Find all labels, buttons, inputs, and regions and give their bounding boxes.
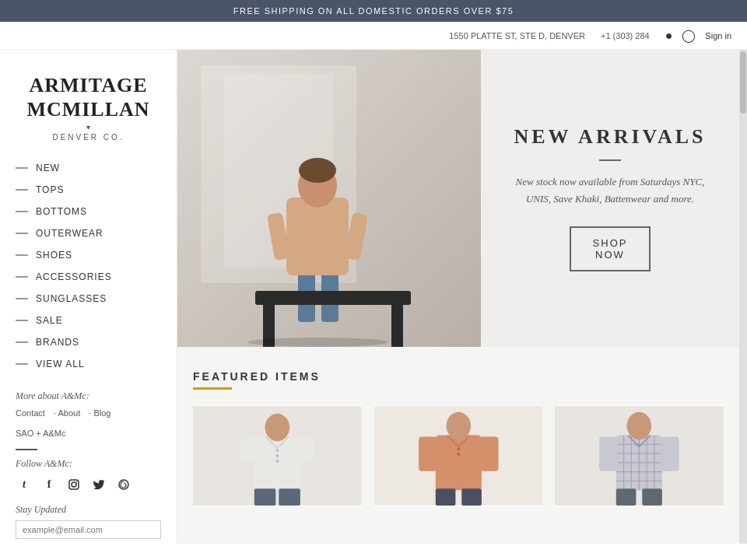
svg-point-1 xyxy=(72,482,76,487)
shop-now-button[interactable]: SHOPNOW xyxy=(570,226,651,271)
svg-point-51 xyxy=(627,412,652,439)
featured-item-2[interactable] xyxy=(374,405,543,506)
svg-rect-52 xyxy=(616,488,637,506)
hero-title: NEW ARRIVALS xyxy=(514,125,706,149)
sidebar-item-new[interactable]: NEW xyxy=(0,157,177,179)
nav-label-sale: SALE xyxy=(36,315,63,326)
banner-text: FREE SHIPPING ON ALL DOMESTIC ORDERS OVE… xyxy=(233,6,514,16)
logo-area: ARMITAGE McMILLAN ▾ DENVER CO. xyxy=(0,65,177,157)
scrollbar[interactable] xyxy=(739,50,747,544)
nav-label-bottoms: BOTTOMS xyxy=(36,206,87,217)
sidebar-item-outerwear[interactable]: OUTERWEAR xyxy=(0,222,177,244)
item-image-2 xyxy=(374,405,543,506)
svg-point-34 xyxy=(446,412,471,439)
header-phone: +1 (303) 284 xyxy=(601,31,650,40)
nav-label-shoes: SHOES xyxy=(36,250,72,261)
featured-item-3[interactable] xyxy=(555,405,724,506)
nav-list: NEW TOPS BOTTOMS OUTERWEAR SHOES xyxy=(0,157,177,375)
sidebar-item-brands[interactable]: BRANDS xyxy=(0,331,177,353)
svg-rect-36 xyxy=(461,488,482,506)
twitter-icon[interactable] xyxy=(90,476,107,493)
nav-label-viewall: VIEW ALL xyxy=(36,359,85,369)
about-label: More about A&Mc: xyxy=(16,390,161,402)
svg-rect-9 xyxy=(286,198,349,275)
sidebar-item-sale[interactable]: SALE xyxy=(0,310,177,331)
sidebar-item-tops[interactable]: TOPS xyxy=(0,179,177,201)
svg-rect-29 xyxy=(435,435,481,490)
instagram-icon[interactable] xyxy=(65,476,82,493)
svg-point-31 xyxy=(457,453,460,456)
header-address: 1550 PLATTE ST, STE D, DENVER xyxy=(449,31,585,40)
item-image-1 xyxy=(193,405,362,506)
nav-bullet xyxy=(16,254,28,256)
header: 1550 PLATTE ST, STE D, DENVER +1 (303) 2… xyxy=(0,22,747,50)
svg-point-22 xyxy=(275,460,279,463)
svg-point-11 xyxy=(299,158,336,183)
featured-title: FEATURED ITEMS xyxy=(193,370,724,383)
item-image-3 xyxy=(555,405,724,506)
hero-text: NEW ARRIVALS New stock now available fro… xyxy=(481,50,739,347)
nav-bullet xyxy=(16,363,28,365)
svg-point-25 xyxy=(265,414,290,441)
nav-label-new: NEW xyxy=(36,163,60,173)
nav-bullet xyxy=(16,341,28,343)
social-icons: t f xyxy=(16,476,161,493)
svg-rect-50 xyxy=(661,436,679,471)
tumblr-icon[interactable]: t xyxy=(16,476,33,493)
svg-rect-12 xyxy=(255,291,411,305)
about-link[interactable]: About xyxy=(58,408,80,418)
search-icon[interactable]: ● xyxy=(665,29,673,43)
featured-section: FEATURED ITEMS xyxy=(177,347,739,522)
contact-link[interactable]: Contact xyxy=(16,408,45,418)
nav-bullet xyxy=(16,276,28,278)
nav-label-accessories: ACCESSORIES xyxy=(36,271,112,282)
main-nav: NEW TOPS BOTTOMS OUTERWEAR SHOES xyxy=(0,157,177,375)
sign-in-link[interactable]: Sign in xyxy=(705,31,731,40)
logo-main: ARMITAGE McMILLAN xyxy=(16,73,161,121)
layout: ARMITAGE McMILLAN ▾ DENVER CO. NEW TOPS … xyxy=(0,50,747,544)
hero-description: New stock now available from Saturdays N… xyxy=(504,173,716,208)
nav-bullet xyxy=(16,233,28,234)
sidebar-links: Contact · About · Blog xyxy=(16,408,161,418)
featured-underline xyxy=(193,387,232,390)
svg-rect-33 xyxy=(480,436,499,471)
sidebar-item-shoes[interactable]: SHOES xyxy=(0,244,177,266)
hero-image xyxy=(177,50,481,347)
sidebar-item-viewall[interactable]: VIEW ALL xyxy=(0,353,177,375)
svg-rect-49 xyxy=(599,436,618,471)
blog-link[interactable]: Blog xyxy=(93,408,110,418)
svg-point-17 xyxy=(247,338,388,347)
sidebar-bottom: More about A&Mc: Contact · About · Blog … xyxy=(0,375,177,544)
svg-rect-32 xyxy=(419,436,437,471)
svg-rect-19 xyxy=(254,436,300,490)
sidebar-divider xyxy=(16,449,37,450)
facebook-icon[interactable]: f xyxy=(40,476,58,493)
sao-link[interactable]: SAO + A&Mc xyxy=(16,429,161,438)
svg-point-30 xyxy=(457,447,460,450)
main-content: NEW ARRIVALS New stock now available fro… xyxy=(177,50,739,544)
nav-bullet xyxy=(16,167,28,169)
svg-rect-14 xyxy=(391,305,403,347)
svg-rect-27 xyxy=(279,488,300,506)
sidebar-item-accessories[interactable]: ACCESSORIES xyxy=(0,266,177,288)
email-input[interactable] xyxy=(16,520,161,539)
sidebar: ARMITAGE McMILLAN ▾ DENVER CO. NEW TOPS … xyxy=(0,50,177,544)
featured-grid xyxy=(193,405,724,506)
featured-item-1[interactable] xyxy=(193,405,362,506)
sidebar-item-sunglasses[interactable]: SUNGLASSES xyxy=(0,288,177,310)
header-icons: ● ◯ Sign in xyxy=(665,28,731,43)
svg-rect-53 xyxy=(643,488,663,506)
sidebar-item-bottoms[interactable]: BOTTOMS xyxy=(0,201,177,222)
svg-rect-23 xyxy=(240,438,258,461)
svg-point-20 xyxy=(275,449,279,452)
logo-sub: DENVER CO. xyxy=(16,133,161,142)
cart-icon[interactable]: ◯ xyxy=(682,28,696,43)
svg-rect-35 xyxy=(435,488,455,506)
svg-point-2 xyxy=(76,481,78,483)
svg-rect-0 xyxy=(69,480,79,489)
nav-bullet xyxy=(16,298,28,299)
top-banner: FREE SHIPPING ON ALL DOMESTIC ORDERS OVE… xyxy=(0,0,747,22)
nav-label-outerwear: OUTERWEAR xyxy=(36,228,103,239)
email-icon[interactable] xyxy=(115,476,132,493)
follow-label: Follow A&Mc: xyxy=(16,458,161,470)
